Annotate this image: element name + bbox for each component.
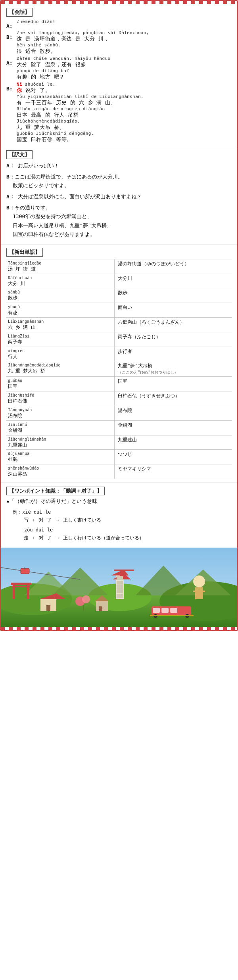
yakubun-speaker-a2: A： — [6, 194, 15, 199]
yakubun-text-a2: 大分は温泉以外にも、面白い所が沢山ありますよね？ — [18, 194, 142, 199]
deco-border-bottom — [1, 627, 237, 630]
yakubun-block-b1: B：ここは湯の坪街道で、そばにあるのが大分川。 散策にピッタリですよ。 — [6, 173, 232, 190]
svg-rect-44 — [99, 606, 102, 611]
pinyin-b2c: Rìběn zuìgāo de xíngrén diàoqiáo — [17, 106, 232, 111]
tango-cn-5: Liùxiāngmǎnshān 六 乡 满 山 — [6, 317, 115, 332]
svg-rect-17 — [117, 576, 123, 580]
tango-jp-1: 湯の坪街道（ゆのつぼがいどう） — [115, 259, 232, 274]
tango-row-6: LiǎngZǐsì 两子寺 両子寺（ふたごじ） — [6, 332, 232, 347]
chinese-b2a: 你 说对 了。 — [17, 87, 232, 94]
tango-jp-12: 金鱗湖 — [115, 420, 232, 435]
yakubun-text-b2a: その通りです。 — [15, 205, 51, 211]
speaker-a2: A: — [6, 56, 17, 66]
tango-cn-11: Tāngbùyuàn 汤布院 — [6, 406, 115, 420]
tango-cn-4: yǒuqù 有趣 — [6, 303, 115, 318]
wanpoint-formula-1b: 写 ＋ 对 了 → 正しく書けている — [24, 516, 232, 524]
svg-rect-24 — [193, 591, 196, 592]
speaker-a1: A: — [6, 19, 17, 29]
tango-jp-7: 歩行者 — [115, 347, 232, 361]
chinese-b2c: 日本 最高 的 行人 吊桥 — [17, 111, 232, 119]
pinyin-b2e: guóbǎo Jiǔchùshífó děngděng. — [17, 131, 232, 136]
pinyin-b1a: Zhè shì Tāngpíngjīedào, pángbiān shì Dàf… — [17, 30, 232, 35]
kaiwah-label: 【会話】 — [6, 8, 33, 17]
yakubun-indent-b2b: 1300年の歴史を持つ六郷満山と、 — [13, 212, 232, 221]
yakubun-speaker-b2: B： — [6, 205, 15, 211]
deco-border-top — [1, 1, 237, 4]
speaker-b2: B: — [6, 82, 17, 92]
chinese-b2b: 有 一千三百年 历史 的 六 乡 满 山、 — [17, 99, 232, 106]
svg-rect-16 — [114, 570, 134, 571]
dialogue-content-a2: Dàfēn chúle wēnquán, háiyǒu hěnduō 大分 除了… — [17, 56, 232, 81]
section-wanpoint: 【ワンポイント知識：「動詞＋对了」】 ★「（動作が）その通りだ」という意味 例：… — [1, 483, 237, 548]
tango-jp-15: ミヤマキリシマ — [115, 464, 232, 479]
illustration-svg — [1, 548, 237, 627]
tango-jp-9: 国宝 — [115, 377, 232, 391]
chinese-a2a: 大分 除了 温泉，还有 很多 — [17, 61, 232, 68]
chinese-b2d: 九 重 梦大吊 桥、 — [17, 124, 232, 131]
chinese-b2e: 国宝 臼杵石佛 等等。 — [17, 136, 232, 143]
yakubun-speaker-b1: B： — [6, 174, 15, 180]
yakubun-block-a2: A： 大分は温泉以外にも、面白い所が沢山ありますよね？ — [6, 192, 232, 201]
tango-jp-13: 九重連山 — [115, 435, 232, 450]
pinyin-a2a: Dàfēn chúle wēnquán, háiyǒu hěnduō — [17, 56, 232, 61]
svg-rect-25 — [202, 591, 205, 592]
yakubun-text-b1a: ここは湯の坪街道で、そばにあるのが大分川。 — [15, 174, 123, 180]
tango-table: Tāngpíngjīedào 汤 坪 街 道 湯の坪街道（ゆのつぼがいどう） D… — [6, 259, 232, 479]
tango-row-5: Liùxiāngmǎnshān 六 乡 满 山 六郷満山（ろくごうまんざん） — [6, 317, 232, 332]
section-yakubun: 【訳文】 A： お店がいっぱい！ B：ここは湯の坪街道で、そばにあるのが大分川。… — [1, 147, 237, 245]
section-tango: 【新出単語】 Tāngpíngjīedào 汤 坪 街 道 湯の坪街道（ゆのつぼ… — [1, 245, 237, 483]
tango-row-11: Tāngbùyuàn 汤布院 湯布院 — [6, 406, 232, 420]
tango-row-9: guóbǎo 国宝 国宝 — [6, 377, 232, 391]
pinyin-a1: Zhèmeduō diàn! — [17, 19, 232, 24]
tango-cn-9: guóbǎo 国宝 — [6, 377, 115, 391]
svg-rect-32 — [170, 608, 177, 613]
tango-row-13: Jiǔchóngliánshān 九重连山 九重連山 — [6, 435, 232, 450]
wanpoint-label: 【ワンポイント知識：「動詞＋对了」】 — [6, 487, 105, 495]
tango-cn-2: Dàfēnchuān 大分 川 — [6, 274, 115, 288]
dialogue-content-a1: Zhèmeduō diàn! — [17, 19, 232, 24]
svg-rect-21 — [117, 594, 123, 598]
svg-rect-12 — [12, 586, 30, 587]
wanpoint-explanation: ★「（動作が）その通りだ」という意味 — [6, 498, 232, 505]
tango-row-14: dùjuānhuā 杜鹃 つつじ — [6, 450, 232, 464]
highlighted-ni: Nǐ — [17, 82, 22, 87]
svg-rect-41 — [83, 605, 84, 611]
tango-jp-8: 九重"夢"大吊橋（ここのえ"ゆめ"おおつりばし） — [115, 361, 232, 377]
svg-rect-18 — [117, 581, 123, 585]
chinese-b1b: 很 适合 散步。 — [17, 48, 232, 55]
tango-label: 【新出単語】 — [6, 248, 43, 257]
speaker-b1: B: — [6, 30, 17, 40]
tango-cn-6: LiǎngZǐsì 两子寺 — [6, 332, 115, 347]
yakubun-indent-b1b: 散策にピッタリですよ。 — [13, 181, 232, 190]
page-wrapper: 【会話】 A: Zhèmeduō diàn! B: Zhè shì Tāngpí… — [0, 0, 238, 631]
pinyin-b1b: hěn shìhé sànbù. — [17, 42, 232, 48]
pinyin-b2a: Nǐ shuōduì le. — [17, 82, 232, 87]
svg-rect-27 — [21, 568, 29, 574]
chinese-a2b: 有趣 的 地方 吧？ — [17, 73, 232, 81]
tango-jp-5: 六郷満山（ろくごうまんざん） — [115, 317, 232, 332]
tango-row-2: Dàfēnchuān 大分 川 大分川 — [6, 274, 232, 288]
tango-row-15: shēnshānwùdǎo 深山雾岛 ミヤマキリシマ — [6, 464, 232, 479]
yakubun-indent-b2d: 国宝の臼杵石仏などがありますよ。 — [13, 230, 232, 239]
highlighted-ni-chinese: 你 — [17, 87, 22, 93]
chinese-b1a: 这 是 汤坪街道，旁边 是 大分 川， — [17, 35, 232, 42]
svg-rect-35 — [150, 615, 194, 616]
wanpoint-formula-2b: 走 ＋ 对 了 → 正しく行けている（道が合っている） — [24, 534, 232, 542]
tango-row-12: Jīnlínhú 金鳞湖 金鱗湖 — [6, 420, 232, 435]
dialogue-row-2: B: Zhè shì Tāngpíngjīedào, pángbiān shì … — [6, 30, 232, 55]
dialogue-row-3: A: Dàfēn chúle wēnquán, háiyǒu hěnduō 大分… — [6, 56, 232, 81]
tango-jp-11: 湯布院 — [115, 406, 232, 420]
tango-row-8: Jiǔchóngmèngdàdiàoqiáo 九 重 梦大吊 桥 九重"夢"大吊… — [6, 361, 232, 377]
tango-cn-13: Jiǔchóngliánshān 九重连山 — [6, 435, 115, 450]
tango-cn-10: Jiǔchùshífó 臼杵石佛 — [6, 391, 115, 406]
section-illustration — [1, 548, 237, 627]
tango-jp-3: 散歩 — [115, 288, 232, 303]
tango-jp-6: 両子寺（ふたごじ） — [115, 332, 232, 347]
yakubun-block-a1: A： お店がいっぱい！ — [6, 161, 232, 170]
pinyin-b2b: Yǒu yīqiānsānbǎinián lìshǐ de Liùxiāngmǎ… — [17, 94, 232, 99]
tango-jp-2: 大分川 — [115, 274, 232, 288]
yakubun-block-b2: B：その通りです。 1300年の歴史を持つ六郷満山と、 日本一高い人道吊り橋、九… — [6, 203, 232, 238]
tango-row-10: Jiǔchùshífó 臼杵石佛 臼杵石仏（うすきせきぶつ） — [6, 391, 232, 406]
svg-rect-23 — [195, 587, 203, 599]
tango-cn-14: dùjuānhuā 杜鹃 — [6, 450, 115, 464]
